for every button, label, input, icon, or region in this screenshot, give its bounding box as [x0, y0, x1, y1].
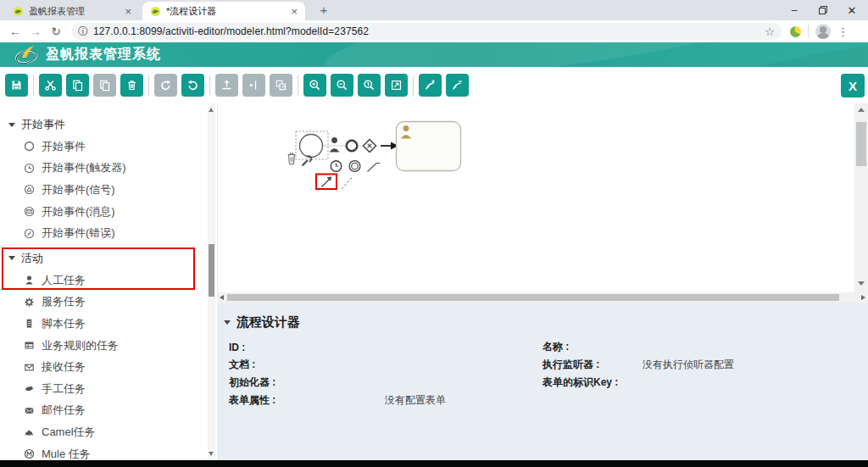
- palette-item-service-task[interactable]: 服务任务: [0, 292, 217, 314]
- zoom-actual-button[interactable]: [358, 74, 381, 97]
- mule-icon: [24, 448, 35, 459]
- property-label: 表单属性 :: [229, 393, 385, 408]
- paste-icon: [98, 79, 111, 92]
- palette-item-start-event-error[interactable]: 开始事件(错误): [0, 222, 217, 244]
- delete-button[interactable]: [120, 74, 143, 97]
- property-value[interactable]: 没有执行侦听器配置: [643, 358, 734, 372]
- connect-arrow-icon[interactable]: [322, 176, 332, 186]
- context-pad-gateway-icon[interactable]: [364, 140, 376, 153]
- redo-button[interactable]: [154, 74, 177, 97]
- properties-column-left: ID : 文档 : 初始化器 : 表单属性 : 没有配置表单: [229, 338, 446, 409]
- scroll-down-arrow[interactable]: [209, 452, 214, 456]
- palette-scrollbar[interactable]: [208, 103, 215, 460]
- tab-close-icon[interactable]: ×: [125, 6, 131, 17]
- start-circle-icon: [24, 141, 35, 152]
- url-bar: ← → ↻ ⓘ 127.0.0.1:8099/activiti-editor/m…: [0, 20, 868, 42]
- browser-menu-icon[interactable]: ⋮: [837, 25, 849, 38]
- zoom-actual-icon: [363, 79, 376, 92]
- align-horizontal-button[interactable]: [242, 74, 265, 97]
- properties-column-right: 名称 : 执行监听器 : 没有执行侦听器配置 表单的标识Key :: [542, 338, 734, 392]
- property-row-form-properties: 表单属性 : 没有配置表单: [229, 392, 446, 409]
- palette-item-business-rule-task[interactable]: 业务规则的任务: [0, 335, 217, 357]
- palette-item-script-task[interactable]: 脚本任务: [0, 313, 217, 335]
- property-label: 表单的标识Key :: [542, 375, 643, 390]
- gear-icon: [24, 297, 35, 308]
- scroll-down-arrow[interactable]: [858, 281, 865, 286]
- toolbar-separator: [33, 75, 34, 96]
- property-row-id: ID :: [229, 338, 446, 356]
- properties-panel-header[interactable]: 流程设计器: [224, 314, 300, 331]
- palette-item-label: 服务任务: [42, 294, 86, 309]
- scroll-up-arrow[interactable]: [209, 108, 214, 112]
- site-info-icon[interactable]: ⓘ: [78, 25, 88, 39]
- divider: [808, 25, 809, 38]
- window-restore-button[interactable]: [809, 0, 837, 20]
- user-task-node[interactable]: [397, 122, 461, 171]
- cut-button[interactable]: [39, 74, 62, 97]
- extension-icon[interactable]: [790, 26, 801, 37]
- palette-item-start-event-signal[interactable]: 开始事件(信号): [0, 179, 217, 201]
- scroll-left-arrow[interactable]: [220, 295, 224, 300]
- zoom-out-button[interactable]: [331, 74, 353, 97]
- same-size-button[interactable]: [270, 74, 292, 97]
- address-input[interactable]: ⓘ 127.0.0.1:8099/activiti-editor/modeler…: [71, 23, 782, 40]
- profile-avatar[interactable]: [815, 24, 831, 39]
- scroll-thumb[interactable]: [227, 294, 839, 301]
- chevron-down-icon: [224, 320, 231, 325]
- property-row-execution-listeners: 执行监听器 : 没有执行侦听器配置: [542, 356, 734, 374]
- palette-item-label: 脚本任务: [42, 316, 86, 331]
- scroll-thumb[interactable]: [856, 122, 866, 166]
- property-value[interactable]: 没有配置表单: [385, 393, 446, 408]
- align-horizontal-icon: [248, 79, 260, 92]
- paste-button[interactable]: [93, 74, 116, 97]
- scroll-thumb[interactable]: [209, 244, 214, 297]
- bookmark-star-icon[interactable]: ☆: [765, 25, 775, 38]
- association-line-icon[interactable]: [342, 179, 353, 190]
- context-pad-intermediate-event-icon[interactable]: [349, 161, 360, 172]
- palette-item-start-event-timer[interactable]: 开始事件(触发器): [0, 158, 217, 180]
- editor-close-button[interactable]: X: [841, 74, 865, 97]
- bendpoint-add-button[interactable]: [419, 74, 442, 97]
- zoom-in-button[interactable]: [303, 74, 326, 97]
- rules-icon: [24, 340, 35, 351]
- copy-button[interactable]: [66, 74, 89, 97]
- browser-tab-report-manager[interactable]: 盈帆报表管理 ×: [5, 2, 139, 20]
- back-button[interactable]: ←: [5, 25, 25, 38]
- window-close-button[interactable]: ✕: [837, 0, 866, 20]
- context-pad-end-event-icon[interactable]: [347, 141, 358, 152]
- browser-tab-process-designer[interactable]: *流程设计器 ×: [142, 2, 305, 20]
- diagram-canvas[interactable]: [217, 103, 854, 292]
- app-header: 盈帆报表管理系统: [0, 42, 868, 67]
- canvas-horizontal-scrollbar[interactable]: [217, 292, 868, 303]
- save-button[interactable]: [5, 74, 28, 97]
- context-pad-user-task-icon[interactable]: [330, 137, 340, 152]
- bendpoint-remove-button[interactable]: [446, 74, 469, 97]
- window-minimize-button[interactable]: –: [780, 0, 809, 20]
- scroll-right-arrow[interactable]: [861, 295, 865, 300]
- align-vertical-button[interactable]: [215, 74, 238, 97]
- new-tab-button[interactable]: +: [315, 3, 332, 18]
- palette-item-manual-task[interactable]: 手工任务: [0, 378, 217, 400]
- scroll-up-arrow[interactable]: [858, 108, 865, 112]
- canvas-vertical-scrollbar[interactable]: [854, 103, 868, 292]
- chevron-down-icon: [8, 256, 15, 260]
- context-pad-timer-event-icon[interactable]: [331, 161, 341, 171]
- palette-item-mail-task[interactable]: 邮件任务: [0, 400, 217, 422]
- align-vertical-icon: [220, 79, 233, 92]
- reload-button[interactable]: ↻: [46, 25, 66, 38]
- palette-item-receive-task[interactable]: 接收任务: [0, 356, 217, 378]
- palette-item-start-event-message[interactable]: 开始事件(消息): [0, 201, 217, 223]
- chevron-down-icon: [8, 123, 15, 127]
- palette-item-camel-task[interactable]: Camel任务: [0, 421, 217, 443]
- forward-button[interactable]: →: [25, 25, 46, 38]
- palette-item-start-event[interactable]: 开始事件: [0, 136, 217, 158]
- tab-close-icon[interactable]: ×: [291, 6, 298, 17]
- palette-item-user-task[interactable]: 人工任务: [0, 270, 217, 292]
- palette-group-start-events[interactable]: 开始事件: [0, 114, 217, 136]
- palette-item-label: 接收任务: [42, 359, 86, 375]
- zoom-fit-button[interactable]: [385, 74, 408, 97]
- undo-button[interactable]: [181, 74, 204, 97]
- context-pad-connection-icon[interactable]: [368, 164, 381, 172]
- palette-group-activities[interactable]: 活动: [0, 247, 217, 270]
- canvas-trash-icon[interactable]: [288, 153, 296, 164]
